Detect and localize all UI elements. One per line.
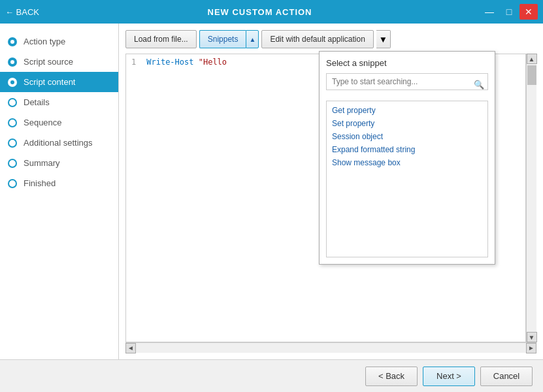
snippets-dropdown-button[interactable]: ▲ — [246, 30, 259, 48]
sidebar-item-label-script-source: Script source — [24, 57, 73, 67]
sidebar-item-action-type[interactable]: Action type — [0, 31, 118, 52]
snippet-list-item[interactable]: Expand formatted string — [329, 143, 485, 156]
sidebar-item-sequence[interactable]: Sequence — [0, 112, 118, 133]
sidebar-item-label-script-content: Script content — [24, 77, 76, 87]
back-button[interactable]: ← BACK — [5, 7, 39, 17]
scroll-right-arrow[interactable]: ► — [526, 343, 536, 353]
snippet-list-item[interactable]: Set property — [329, 117, 485, 130]
sidebar-item-details[interactable]: Details — [0, 92, 118, 112]
title-bar: ← BACK NEW CUSTOM ACTION — □ ✕ — [0, 0, 543, 24]
step-circle-summary — [8, 159, 17, 168]
next-button[interactable]: Next > — [423, 367, 475, 386]
restore-button[interactable]: □ — [500, 4, 518, 20]
scroll-up-arrow[interactable]: ▲ — [527, 54, 537, 64]
snippet-list-item[interactable]: Session object — [329, 130, 485, 143]
window-controls: — □ ✕ — [480, 4, 538, 20]
close-button[interactable]: ✕ — [519, 4, 538, 20]
snippet-list-item[interactable]: Get property — [329, 104, 485, 117]
snippet-search-wrap: 🔍 — [326, 73, 488, 95]
footer: < Back Next > Cancel — [0, 359, 543, 392]
sidebar-item-script-content[interactable]: Script content — [0, 72, 118, 92]
snippet-list: Get propertySet propertySession objectEx… — [326, 101, 488, 257]
step-circle-script-source — [8, 57, 17, 67]
sidebar-item-label-finished: Finished — [24, 178, 56, 188]
search-icon: 🔍 — [474, 80, 484, 90]
sidebar-item-summary[interactable]: Summary — [0, 153, 118, 173]
step-circle-finished — [8, 179, 17, 188]
keyword-write-host: Write-Host — [146, 57, 193, 67]
vertical-scrollbar[interactable]: ▲ ▼ — [526, 54, 536, 342]
sidebar-item-finished[interactable]: Finished — [0, 173, 118, 193]
sidebar-item-label-action-type: Action type — [24, 37, 65, 46]
snippet-list-item[interactable]: Show message box — [329, 156, 485, 169]
toolbar: Load from file... Snippets ▲ Edit with d… — [125, 30, 536, 48]
snippet-search-input[interactable] — [326, 73, 488, 90]
content-area: Load from file... Snippets ▲ Edit with d… — [119, 24, 543, 359]
step-circle-action-type — [8, 37, 17, 46]
sidebar-item-label-additional-settings: Additional settings — [24, 138, 93, 148]
edit-dropdown-arrow: ▼ — [379, 35, 387, 44]
line-1-content: Write-Host "Hello — [146, 57, 227, 67]
main-layout: Action typeScript sourceScript contentDe… — [0, 24, 543, 359]
snippets-dropdown-arrow: ▲ — [249, 36, 255, 43]
step-circle-additional-settings — [8, 139, 17, 148]
snippet-dropdown: Select a snippet 🔍 Get propertySet prope… — [319, 51, 495, 265]
sidebar-item-label-summary: Summary — [24, 158, 60, 168]
back-footer-button[interactable]: < Back — [365, 367, 418, 386]
step-circle-script-content — [8, 78, 17, 87]
sidebar-item-script-source[interactable]: Script source — [0, 52, 118, 72]
scroll-left-arrow[interactable]: ◄ — [125, 343, 136, 353]
minimize-button[interactable]: — — [480, 4, 499, 20]
horizontal-scrollbar[interactable]: ◄ ► — [125, 342, 536, 353]
snippets-btn-group: Snippets ▲ — [199, 30, 259, 48]
scroll-down-arrow[interactable]: ▼ — [527, 332, 537, 342]
edit-default-button[interactable]: Edit with default application — [261, 30, 373, 48]
back-label: ← BACK — [5, 7, 39, 17]
step-circle-details — [8, 98, 17, 107]
sidebar-item-label-sequence: Sequence — [24, 118, 62, 127]
edit-default-label: Edit with default application — [270, 35, 365, 44]
snippets-button[interactable]: Snippets — [199, 30, 246, 48]
sidebar-item-label-details: Details — [24, 97, 50, 107]
snippet-dropdown-title: Select a snippet — [326, 58, 488, 68]
window-title: NEW CUSTOM ACTION — [39, 7, 480, 17]
line-number-1: 1 — [131, 57, 141, 67]
sidebar: Action typeScript sourceScript contentDe… — [0, 24, 119, 359]
edit-default-dropdown-button[interactable]: ▼ — [376, 30, 391, 48]
load-from-button[interactable]: Load from file... — [125, 30, 197, 48]
string-hello: "Hello — [199, 57, 227, 67]
step-circle-sequence — [8, 118, 17, 127]
cancel-button[interactable]: Cancel — [480, 367, 533, 386]
sidebar-item-additional-settings[interactable]: Additional settings — [0, 133, 118, 153]
scroll-thumb[interactable] — [527, 65, 536, 85]
